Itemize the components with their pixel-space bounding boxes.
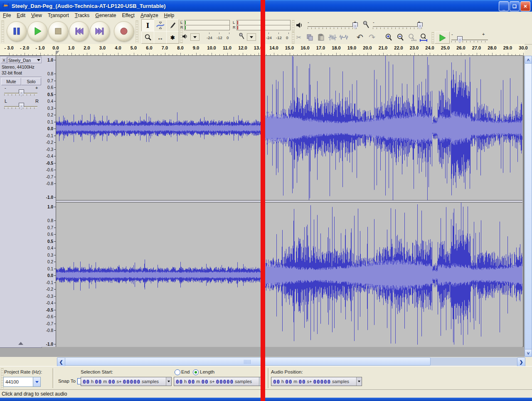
time-digits[interactable]: 00 bbox=[188, 379, 195, 385]
vertical-scrollbar[interactable]: ˄ ˅ bbox=[525, 56, 532, 357]
meter-scale-number: 0 bbox=[286, 35, 288, 40]
trim-audio-button[interactable] bbox=[327, 32, 338, 42]
length-radio[interactable] bbox=[193, 369, 199, 375]
time-digits[interactable]: 00 bbox=[298, 379, 305, 385]
menu-item-tracks[interactable]: Tracks bbox=[72, 12, 93, 19]
record-button[interactable] bbox=[114, 21, 134, 41]
time-digits[interactable]: 00000 bbox=[216, 379, 234, 385]
input-volume-slider[interactable] bbox=[373, 26, 422, 27]
selection-tool-button[interactable]: I bbox=[141, 19, 154, 32]
time-digits[interactable]: 00 bbox=[273, 379, 280, 385]
output-meter-dropdown[interactable] bbox=[190, 33, 200, 41]
track-close-button[interactable]: X bbox=[1, 57, 7, 63]
vertical-ruler-label: 0.1 bbox=[47, 266, 53, 271]
time-shift-tool-button[interactable]: ↔ bbox=[154, 31, 167, 44]
selection-start-field[interactable]: 00h00m00s+00000samples bbox=[81, 377, 172, 386]
vertical-ruler-label: 0.1 bbox=[47, 119, 53, 124]
menu-item-file[interactable]: File bbox=[0, 12, 14, 19]
fit-selection-button[interactable] bbox=[406, 32, 417, 42]
time-digits[interactable]: 00 bbox=[108, 379, 115, 385]
scroll-down-button[interactable]: ˅ bbox=[525, 349, 532, 357]
solo-button[interactable]: Solo bbox=[21, 78, 41, 85]
waveform-left-channel[interactable] bbox=[56, 56, 522, 200]
mute-button[interactable]: Mute bbox=[1, 78, 21, 85]
length-radio-label: Length bbox=[200, 369, 214, 374]
multi-tool-button[interactable]: ✱ bbox=[166, 31, 179, 44]
selection-length-field[interactable]: 00h00m00s+00000samples bbox=[174, 377, 265, 386]
project-rate-combo[interactable]: 44100 bbox=[3, 377, 41, 387]
menu-item-help[interactable]: Help bbox=[161, 12, 177, 19]
transport-grip-right[interactable] bbox=[135, 20, 138, 43]
time-digits[interactable]: 00 bbox=[83, 379, 90, 385]
vertical-ruler-label: 0.5 bbox=[47, 92, 53, 97]
redo-button[interactable]: ↷ bbox=[366, 32, 378, 42]
close-button[interactable]: ✕ bbox=[520, 1, 530, 11]
vertical-scroll-thumb[interactable] bbox=[525, 63, 532, 349]
time-format-dropdown[interactable] bbox=[166, 377, 171, 386]
vertical-ruler-label: 0.2 bbox=[47, 113, 53, 117]
fit-project-button[interactable] bbox=[418, 32, 429, 42]
channel-separator bbox=[56, 200, 522, 203]
skip-to-start-icon bbox=[74, 26, 84, 36]
play-at-speed-icon bbox=[438, 34, 446, 42]
output-volume-slider[interactable] bbox=[308, 26, 357, 27]
meter-bar[interactable] bbox=[184, 25, 230, 30]
end-radio[interactable] bbox=[175, 369, 180, 375]
scroll-left-button[interactable]: ❮ bbox=[57, 357, 65, 366]
time-digits[interactable]: 00 bbox=[95, 379, 102, 385]
time-digits[interactable]: 00000 bbox=[313, 379, 331, 385]
play-start-indicator[interactable] bbox=[56, 51, 59, 55]
menu-item-view[interactable]: View bbox=[28, 12, 45, 19]
copy-button[interactable] bbox=[305, 32, 315, 42]
vertical-ruler-label: 0.7 bbox=[47, 225, 53, 230]
panel-collapse-arrow-icon[interactable] bbox=[18, 342, 23, 345]
vertical-ruler-label: -1.0 bbox=[46, 342, 53, 347]
draw-tool-button[interactable] bbox=[166, 19, 179, 32]
zoom-tool-button[interactable] bbox=[141, 31, 154, 44]
pan-left-label: L bbox=[5, 99, 7, 104]
horizontal-scroll-thumb[interactable] bbox=[65, 357, 431, 366]
paste-button[interactable] bbox=[316, 32, 327, 42]
vertical-ruler-label: 0.3 bbox=[47, 106, 53, 110]
timeline-label: 10.0 bbox=[207, 45, 216, 50]
audio-position-field[interactable]: 00h00m00s+00000samples bbox=[271, 377, 362, 386]
scroll-right-button[interactable]: ❯ bbox=[517, 357, 525, 366]
time-digits[interactable]: 00 bbox=[285, 379, 292, 385]
silence-audio-button[interactable] bbox=[338, 32, 349, 42]
time-digits[interactable]: 00 bbox=[176, 379, 183, 385]
time-digits[interactable]: 00 bbox=[201, 379, 208, 385]
stop-button[interactable] bbox=[48, 21, 68, 41]
track-name-menu[interactable]: Steely_Dan bbox=[7, 57, 42, 63]
transcription-grip[interactable] bbox=[431, 32, 434, 44]
zoom-in-button[interactable] bbox=[383, 32, 394, 42]
skip-to-start-button[interactable] bbox=[69, 21, 89, 41]
menu-item-edit[interactable]: Edit bbox=[14, 12, 28, 19]
minimize-button[interactable]: _ bbox=[499, 1, 509, 11]
transport-grip[interactable] bbox=[1, 20, 4, 43]
time-digits[interactable]: 00000 bbox=[123, 379, 140, 385]
undo-button[interactable]: ↶ bbox=[354, 32, 366, 42]
pause-button[interactable] bbox=[7, 21, 27, 41]
speed-slider[interactable] bbox=[451, 40, 488, 40]
scroll-up-button[interactable]: ˄ bbox=[525, 56, 532, 64]
skip-to-end-button[interactable] bbox=[90, 21, 110, 41]
menu-item-transport[interactable]: Transport bbox=[45, 12, 72, 19]
timeline-label: 2.0 bbox=[84, 45, 90, 50]
play-at-speed-button[interactable] bbox=[435, 32, 450, 44]
menu-item-effect[interactable]: Effect bbox=[119, 12, 137, 19]
menu-item-generate[interactable]: Generate bbox=[92, 12, 119, 19]
mixer-grip[interactable] bbox=[292, 20, 295, 32]
cut-button[interactable]: ✂ bbox=[293, 32, 304, 42]
waveform-right-channel[interactable] bbox=[56, 203, 522, 347]
restore-button[interactable]: ❏ bbox=[510, 1, 520, 11]
combo-arrow-button[interactable] bbox=[33, 377, 40, 386]
time-format-dropdown[interactable] bbox=[356, 377, 362, 386]
zoom-out-button[interactable] bbox=[394, 32, 406, 42]
title-bar[interactable]: Steely_Dan-Peg_(Audio-Technica-AT-LP120-… bbox=[0, 0, 532, 12]
envelope-tool-button[interactable] bbox=[154, 19, 167, 32]
vertical-ruler[interactable]: 1.00.80.70.60.50.40.30.20.10.0-0.1-0.2-0… bbox=[42, 56, 56, 347]
menu-item-analyze[interactable]: Analyze bbox=[138, 12, 161, 19]
audacity-window: Steely_Dan-Peg_(Audio-Technica-AT-LP120-… bbox=[0, 0, 532, 401]
play-button[interactable] bbox=[27, 21, 47, 41]
input-meter-dropdown[interactable] bbox=[247, 33, 256, 41]
